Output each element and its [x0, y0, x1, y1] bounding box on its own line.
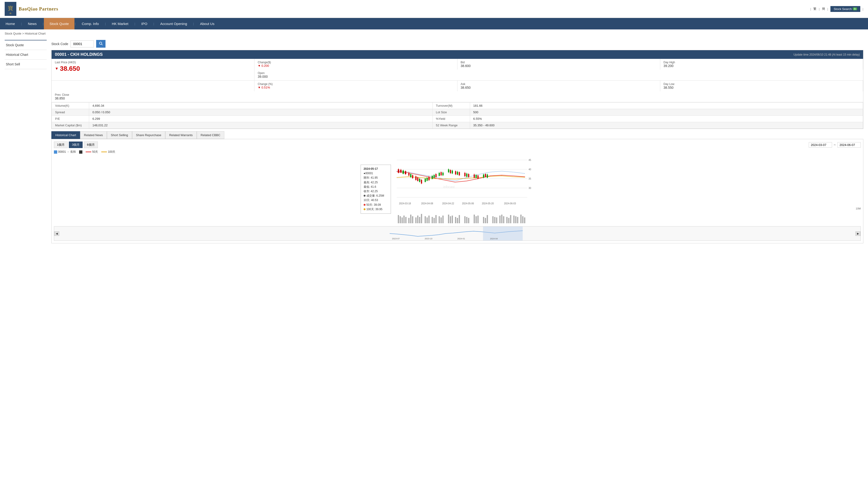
svg-rect-138 — [517, 217, 518, 223]
chart-area: 1個月 3個月 6個月 ～ 00001 － 長和 — [51, 139, 863, 243]
tab-share-repurchase[interactable]: Share Repurchase — [132, 131, 165, 139]
day-low-value: 38.550 — [663, 86, 860, 89]
sidebar-item-historical-chart[interactable]: Historical Chart — [5, 50, 47, 60]
volume-value: 4,690.34 — [89, 103, 433, 109]
change-pct-cell: Change (%) ▼ 0.51% — [254, 81, 457, 91]
date-sep: ～ — [833, 143, 836, 147]
breadcrumb: Stock Quote > Historical Chart — [0, 29, 868, 37]
tooltip-ma50: 50天: 39.09 — [364, 203, 388, 207]
stock-code-input[interactable] — [70, 40, 94, 48]
stock-search-button[interactable]: Stock Search B — [830, 6, 860, 12]
svg-rect-95 — [405, 217, 407, 223]
tooltip-low: 最低: 41.6 — [364, 185, 388, 189]
nav-home[interactable]: Home — [0, 18, 21, 29]
svg-rect-110 — [441, 218, 442, 223]
svg-rect-136 — [514, 215, 515, 223]
date-to-input[interactable] — [837, 142, 861, 148]
tab-short-selling[interactable]: Short Selling — [107, 131, 132, 139]
svg-rect-137 — [515, 216, 517, 223]
svg-text:2024-04-08: 2024-04-08 — [421, 202, 433, 205]
nav-stock-quote[interactable]: Stock Quote — [44, 18, 74, 29]
svg-text:35: 35 — [529, 177, 531, 180]
scroll-right-arrow[interactable]: ▶ — [856, 231, 861, 236]
legend-candle: 00001 － 長和 — [54, 150, 76, 154]
period-3month[interactable]: 3個月 — [69, 142, 83, 148]
legend-ma100-label: 100天 — [108, 150, 115, 154]
svg-rect-131 — [501, 214, 502, 223]
table-row: Market Capital ($m) 148,031.22 52 Week R… — [52, 122, 863, 129]
sidebar-item-short-sell[interactable]: Short Sell — [5, 60, 47, 69]
period-row: 1個月 3個月 6個月 ～ — [54, 142, 861, 148]
week52-label: 52 Week Range — [432, 122, 470, 129]
nav-ipo[interactable]: IPO — [135, 18, 153, 29]
svg-text:2023-07: 2023-07 — [392, 237, 400, 240]
svg-text:2024-04-22: 2024-04-22 — [442, 202, 455, 205]
svg-rect-123 — [477, 215, 479, 223]
svg-rect-101 — [419, 217, 420, 223]
tab-related-cbbc[interactable]: Related CBBC — [197, 131, 224, 139]
svg-rect-118 — [464, 216, 466, 223]
search-button[interactable] — [96, 40, 105, 48]
date-from-input[interactable] — [809, 142, 832, 148]
svg-rect-119 — [466, 217, 467, 223]
bid-cell: Bid 38.600 — [458, 59, 660, 69]
nav-about-us[interactable]: About Us — [194, 18, 220, 29]
svg-line-4 — [101, 44, 102, 45]
nav-account-opening[interactable]: Account Opening — [155, 18, 193, 29]
open-value: 39.000 — [258, 75, 454, 79]
tab-related-news[interactable]: Related News — [80, 131, 107, 139]
period-1month[interactable]: 1個月 — [54, 142, 68, 148]
market-cap-value: 148,031.22 — [89, 122, 433, 129]
stock-search-badge: B — [853, 7, 857, 10]
nav-comp-info[interactable]: Comp. Info — [76, 18, 104, 29]
ask-value: 38.650 — [461, 86, 657, 89]
market-cap-label: Market Capital ($m) — [52, 122, 89, 129]
svg-rect-100 — [417, 215, 418, 223]
spacer-cell — [52, 81, 254, 91]
mini-chart-svg: 2023-07 2023-10 2024-01 2024-04 — [59, 227, 856, 240]
legend-black-box-icon — [79, 150, 83, 154]
bid-value: 38.600 — [461, 64, 657, 68]
yield-value: 6.55% — [470, 116, 863, 122]
table-row: Volume(K) 4,690.34 Turnover(M) 181.66 — [52, 103, 863, 109]
svg-rect-126 — [487, 215, 488, 223]
logo-area: 寶 橋 BaoQiao Partners — [5, 2, 58, 16]
change-pct-value: 0.51% — [261, 86, 270, 89]
period-6month[interactable]: 6個月 — [84, 142, 98, 148]
svg-text:2024-05-06: 2024-05-06 — [462, 202, 474, 205]
bid-label: Bid — [461, 61, 657, 64]
svg-rect-91 — [398, 215, 399, 223]
svg-point-3 — [99, 42, 102, 45]
lang-trad[interactable]: 繁 — [813, 7, 816, 11]
day-high-cell: Day High 39.200 — [660, 59, 863, 69]
price-down-arrow: ▼ — [55, 66, 59, 71]
nav-news[interactable]: News — [22, 18, 42, 29]
svg-rect-120 — [468, 218, 469, 223]
svg-text:2024-01: 2024-01 — [458, 237, 465, 240]
legend-row: 00001 － 長和 50天 100天 — [54, 150, 861, 154]
svg-rect-125 — [485, 218, 486, 223]
svg-rect-140 — [522, 216, 524, 223]
svg-rect-142 — [483, 227, 523, 240]
tooltip-ma100: 100天: 39.95 — [364, 207, 388, 211]
last-price-label: Last Price (HKD) — [55, 61, 251, 64]
scroll-left-arrow[interactable]: ◀ — [54, 231, 59, 236]
lang-simp[interactable]: 簡 — [822, 7, 825, 11]
tab-historical-chart[interactable]: Historical Chart — [51, 131, 80, 139]
tab-related-warrants[interactable]: Related Warrants — [165, 131, 197, 139]
sidebar-item-stock-quote[interactable]: Stock Quote — [5, 40, 47, 50]
stock-title: 00001 - CKH HOLDINGS — [55, 52, 103, 57]
svg-text:2024-06-03: 2024-06-03 — [504, 202, 516, 205]
nav-hk-market[interactable]: HK Market — [106, 18, 134, 29]
svg-text:2024-03-18: 2024-03-18 — [399, 202, 411, 205]
svg-text:寶: 寶 — [8, 5, 13, 11]
svg-rect-122 — [476, 216, 477, 223]
tooltip-open: 開市: 41.95 — [364, 176, 388, 180]
search-icon — [99, 41, 103, 45]
spread-label: Spread — [52, 109, 89, 116]
price-grid-row1: Last Price (HKD) ▼ 38.650 Change($) ▼ 0.… — [52, 59, 863, 81]
legend-black-box — [79, 150, 83, 154]
turnover-label: Turnover(M) — [432, 103, 470, 109]
tooltip-ma10: 10天: 40.53 — [364, 198, 388, 202]
volume-chart — [54, 210, 861, 224]
